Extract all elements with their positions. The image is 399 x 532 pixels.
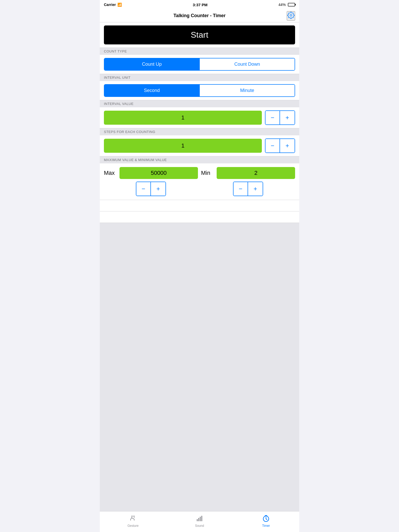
max-stepper: − + xyxy=(136,182,166,196)
steps-value-display: 1 xyxy=(104,139,262,153)
minute-button[interactable]: Minute xyxy=(200,85,295,96)
gesture-svg-icon xyxy=(129,515,137,522)
interval-value-decrement-button[interactable]: − xyxy=(265,111,280,124)
tab-bar: Gesture Sound Timer xyxy=(100,511,299,532)
min-value-display: 2 xyxy=(217,167,295,179)
max-increment-button[interactable]: + xyxy=(151,182,165,196)
nav-bar: Talking Counter - Timer xyxy=(100,9,299,22)
count-type-section-header: COUNT TYPE xyxy=(100,48,299,55)
svg-rect-1 xyxy=(197,519,198,521)
steps-stepper: − + xyxy=(265,138,295,153)
status-time: 3:37 PM xyxy=(193,3,208,7)
svg-rect-4 xyxy=(201,516,202,521)
max-min-section-header: MAXIMUM VALUE & MINIMUM VALUE xyxy=(100,156,299,163)
interval-value-stepper: − + xyxy=(265,110,295,125)
start-button-container: Start xyxy=(100,22,299,48)
steps-section-header: STEPS FOR EACH COUNTING xyxy=(100,128,299,135)
min-increment-button[interactable]: + xyxy=(248,182,263,196)
steps-decrement-button[interactable]: − xyxy=(265,139,280,152)
nav-title: Talking Counter - Timer xyxy=(174,13,225,18)
empty-row-2 xyxy=(100,211,299,223)
min-stepper-wrapper: − + xyxy=(201,182,295,196)
battery-icon xyxy=(288,3,295,6)
timer-svg-icon xyxy=(262,515,270,522)
interval-value-increment-button[interactable]: + xyxy=(280,111,295,124)
tab-timer[interactable]: Timer xyxy=(233,515,299,528)
start-button[interactable]: Start xyxy=(104,25,295,44)
max-value-display: 50000 xyxy=(119,167,198,179)
battery-percent: 44% xyxy=(278,3,286,7)
interval-unit-segment-container: Second Minute xyxy=(100,81,299,100)
sound-svg-icon xyxy=(196,515,203,522)
carrier-label: Carrier xyxy=(104,3,116,7)
tab-sound[interactable]: Sound xyxy=(166,515,233,528)
status-bar: Carrier 📶 3:37 PM 44% xyxy=(100,0,299,9)
interval-unit-segment: Second Minute xyxy=(104,84,295,97)
steps-container: 1 − + xyxy=(100,135,299,156)
count-type-segment-container: Count Up Count Down xyxy=(100,55,299,74)
interval-value-container: 1 − + xyxy=(100,107,299,128)
svg-point-0 xyxy=(290,14,292,16)
max-min-steppers-row: − + − + xyxy=(104,182,295,196)
steps-increment-button[interactable]: + xyxy=(280,139,295,152)
svg-rect-3 xyxy=(200,517,201,521)
gesture-icon xyxy=(129,515,137,523)
max-label: Max xyxy=(104,170,116,176)
interval-unit-section-header: INTERVAL UNIT xyxy=(100,74,299,81)
min-decrement-button[interactable]: − xyxy=(234,182,248,196)
large-spacer xyxy=(100,223,299,511)
gear-icon xyxy=(287,12,295,19)
min-stepper: − + xyxy=(233,182,263,196)
empty-row-1 xyxy=(100,200,299,211)
max-decrement-button[interactable]: − xyxy=(136,182,151,196)
status-right: 44% xyxy=(278,3,295,7)
timer-tab-label: Timer xyxy=(262,524,270,528)
count-type-segment: Count Up Count Down xyxy=(104,58,295,71)
min-label: Min xyxy=(201,170,214,176)
max-min-container: Max 50000 Min 2 − + − + xyxy=(100,163,299,200)
max-stepper-wrapper: − + xyxy=(104,182,198,196)
gesture-tab-label: Gesture xyxy=(128,524,139,528)
interval-value-display: 1 xyxy=(104,111,262,125)
timer-icon xyxy=(262,515,270,523)
tab-gesture[interactable]: Gesture xyxy=(100,515,166,528)
second-button[interactable]: Second xyxy=(104,85,200,96)
sound-tab-label: Sound xyxy=(195,524,204,528)
sound-icon xyxy=(196,515,203,523)
svg-rect-2 xyxy=(198,518,199,521)
settings-button[interactable] xyxy=(287,11,295,21)
interval-value-section-header: INTERVAL VALUE xyxy=(100,100,299,107)
wifi-icon: 📶 xyxy=(117,3,122,7)
count-down-button[interactable]: Count Down xyxy=(200,58,295,70)
status-left: Carrier 📶 xyxy=(104,3,122,7)
max-min-values-row: Max 50000 Min 2 xyxy=(104,167,295,179)
count-up-button[interactable]: Count Up xyxy=(104,58,200,70)
